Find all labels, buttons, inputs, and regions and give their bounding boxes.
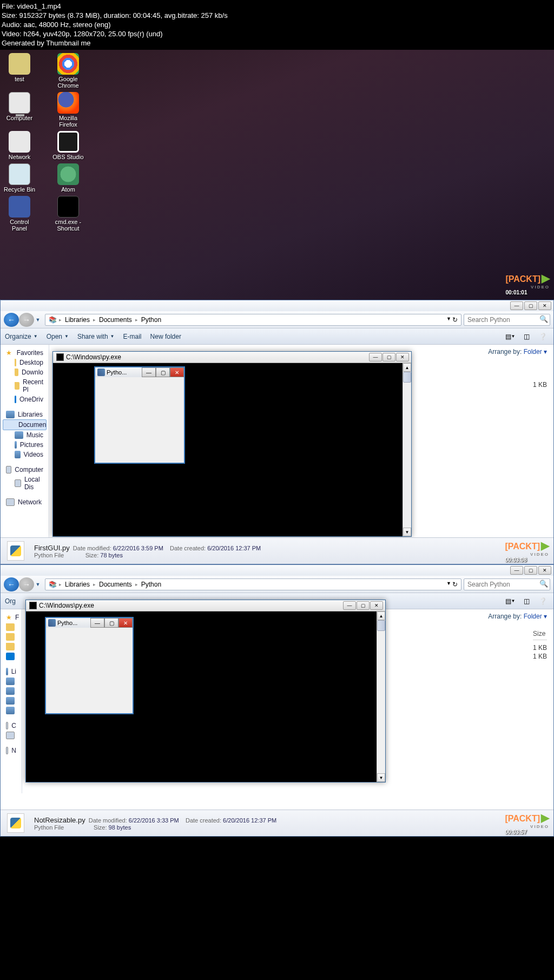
breadcrumb-libraries[interactable]: Libraries [64,581,91,588]
cmd-content[interactable]: ▲ ▼ Pytho... — ▢ ✕ [26,611,385,782]
desktop-icon-computer[interactable]: Computer [3,92,36,128]
cmd-close-button[interactable]: ✕ [396,353,409,361]
cmd-title-bar[interactable]: C:\Windows\py.exe — ▢ ✕ [26,600,385,611]
size-column-header[interactable]: Size [533,630,547,640]
scroll-down-button[interactable]: ▼ [403,528,411,536]
nav-back-button[interactable]: ← [4,313,19,327]
desktop-icon-atom[interactable]: Atom [52,163,84,193]
sidebar-item[interactable] [3,652,19,661]
file-list-area[interactable]: Arrange by: Folder ▾ 1 KB C:\Windows\py.… [49,345,553,537]
search-input[interactable] [464,314,550,326]
tk-minimize-button[interactable]: — [142,367,156,377]
scroll-up-button[interactable]: ▲ [403,363,411,372]
help-button[interactable]: ❔ [536,595,549,607]
view-options-button[interactable]: ▤ ▼ [504,331,517,343]
breadcrumb-documents[interactable]: Documents [98,316,133,324]
sidebar-favorites[interactable]: ★F [3,613,19,622]
cmd-scrollbar[interactable]: ▲ ▼ [403,363,411,536]
preview-pane-button[interactable]: ◫ [520,595,533,607]
tk-maximize-button[interactable]: ▢ [156,367,170,377]
nav-back-button[interactable]: ← [4,577,19,591]
sidebar-item[interactable] [3,622,19,632]
sidebar-computer[interactable]: C [3,721,19,731]
cmd-maximize-button[interactable]: ▢ [382,353,395,361]
organize-button[interactable]: Organize ▼ [5,333,38,340]
desktop-icon-control-panel[interactable]: Control Panel [3,196,36,232]
nav-history-dropdown[interactable]: ▼ [34,577,42,591]
sidebar-item[interactable] [3,706,19,715]
desktop-icon-recycle[interactable]: Recycle Bin [3,163,36,193]
desktop-icon-chrome[interactable]: Google Chrome [52,53,84,89]
scroll-down-button[interactable]: ▼ [377,773,385,782]
cmd-minimize-button[interactable]: — [343,601,356,610]
sidebar-network[interactable]: Network [3,497,47,507]
nav-forward-button[interactable]: → [19,577,34,591]
sidebar-pictures[interactable]: Pictures [3,440,47,450]
breadcrumb[interactable]: 📚 ▸ Libraries ▸ Documents ▸ Python ▼ ↻ [45,314,461,326]
sidebar-recent[interactable]: Recent Pl [3,377,47,394]
breadcrumb-dropdown[interactable]: ▼ [446,316,451,324]
sidebar-desktop[interactable]: Desktop [3,358,47,367]
tk-maximize-button[interactable]: ▢ [104,618,118,628]
sidebar-videos[interactable]: Videos [3,450,47,459]
sidebar-computer[interactable]: Computer [3,465,47,475]
search-input[interactable] [464,578,550,590]
arrange-by[interactable]: Arrange by: Folder ▾ [488,348,547,356]
close-button[interactable]: ✕ [538,301,551,310]
sidebar-music[interactable]: Music [3,430,47,440]
desktop-icon-obs[interactable]: OBS Studio [52,131,84,160]
view-options-button[interactable]: ▤ ▼ [504,595,517,607]
cmd-content[interactable]: ▲ ▼ Pytho... — ▢ ✕ [53,363,411,536]
maximize-button[interactable]: ▢ [524,566,537,575]
share-button[interactable]: Share with ▼ [77,333,115,340]
desktop-icon-cmd-shortcut[interactable]: cmd.exe - Shortcut [52,196,84,232]
help-button[interactable]: ❔ [536,331,549,343]
sidebar-item[interactable] [3,632,19,642]
breadcrumb-dropdown[interactable]: ▼ [446,581,451,588]
cmd-maximize-button[interactable]: ▢ [357,601,370,610]
desktop-icon-test[interactable]: test [3,53,36,89]
desktop-icon-firefox[interactable]: Mozilla Firefox [52,92,84,128]
breadcrumb-documents[interactable]: Documents [98,581,133,588]
sidebar-item[interactable] [3,686,19,696]
sidebar-local-disk[interactable]: Local Dis [3,475,47,492]
preview-pane-button[interactable]: ◫ [520,331,533,343]
tk-close-button[interactable]: ✕ [170,367,184,377]
tk-close-button[interactable]: ✕ [118,618,133,628]
organize-button[interactable]: Org [5,597,16,605]
close-button[interactable]: ✕ [538,566,551,575]
nav-forward-button[interactable]: → [19,313,34,327]
breadcrumb-python[interactable]: Python [140,581,162,588]
tk-minimize-button[interactable]: — [90,618,104,628]
scroll-thumb[interactable] [377,620,385,631]
sidebar-documents[interactable]: Documen [3,419,47,430]
new-folder-button[interactable]: New folder [150,333,181,340]
minimize-button[interactable]: — [510,301,523,310]
cmd-close-button[interactable]: ✕ [370,601,383,610]
refresh-button[interactable]: ↻ [452,581,458,588]
breadcrumb-libraries[interactable]: Libraries [64,316,91,324]
sidebar-downloads[interactable]: Downlo [3,367,47,377]
sidebar-onedrive[interactable]: OneDriv [3,394,47,404]
cmd-minimize-button[interactable]: — [369,353,382,361]
sidebar-item[interactable] [3,642,19,652]
minimize-button[interactable]: — [510,566,523,575]
refresh-button[interactable]: ↻ [452,316,458,324]
scroll-up-button[interactable]: ▲ [377,611,385,620]
nav-history-dropdown[interactable]: ▼ [34,313,42,327]
email-button[interactable]: E-mail [123,333,142,340]
file-list-area[interactable]: Arrange by: Folder ▾ Size 1 KB 1 KB C:\W… [22,609,553,793]
cmd-title-bar[interactable]: C:\Windows\py.exe — ▢ ✕ [53,352,411,363]
sidebar-favorites[interactable]: ★Favorites [3,348,47,358]
desktop-icon-network[interactable]: Network [3,131,36,160]
sidebar-libraries[interactable]: Li [3,667,19,676]
scroll-thumb[interactable] [403,372,411,383]
sidebar-network[interactable]: N [3,746,19,755]
tk-title-bar[interactable]: Pytho... — ▢ ✕ [95,367,184,377]
breadcrumb[interactable]: 📚 ▸ Libraries ▸ Documents ▸ Python ▼ ↻ [45,578,461,590]
open-button[interactable]: Open ▼ [47,333,69,340]
sidebar-item[interactable] [3,676,19,686]
tk-title-bar[interactable]: Pytho... — ▢ ✕ [46,618,133,628]
cmd-scrollbar[interactable]: ▲ ▼ [377,611,385,782]
sidebar-item[interactable] [3,696,19,706]
